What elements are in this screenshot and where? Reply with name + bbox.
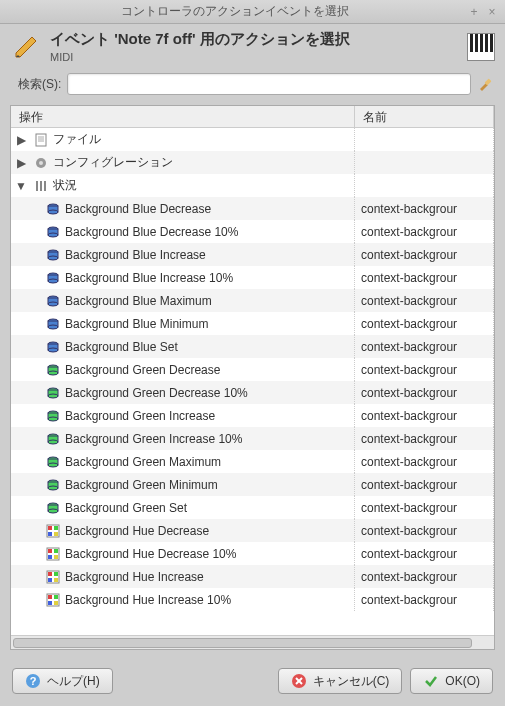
help-button[interactable]: ? ヘルプ(H) [12, 668, 113, 694]
item-icon [45, 546, 61, 562]
item-name-label: context-backgrour [355, 409, 493, 423]
svg-rect-63 [54, 555, 58, 559]
tree-row[interactable]: Background Blue Increasecontext-backgrou… [11, 243, 494, 266]
item-op-label: Background Blue Maximum [65, 294, 212, 308]
item-name-label: context-backgrour [355, 478, 493, 492]
svg-point-29 [48, 325, 58, 329]
item-op-label: Background Blue Decrease 10% [65, 225, 238, 239]
search-label: 検索(S): [18, 76, 61, 93]
item-op-label: Background Hue Increase 10% [65, 593, 231, 607]
item-icon [45, 362, 61, 378]
item-icon [45, 500, 61, 516]
tree-row[interactable]: Background Blue Minimumcontext-backgrour [11, 312, 494, 335]
document-icon [33, 132, 49, 148]
pencil-icon [10, 31, 42, 63]
item-op-label: Background Green Set [65, 501, 187, 515]
item-name-label: context-backgrour [355, 248, 493, 262]
search-input[interactable] [67, 73, 471, 95]
svg-point-38 [48, 394, 58, 398]
item-name-label: context-backgrour [355, 271, 493, 285]
expander-icon[interactable]: ▼ [15, 180, 27, 192]
tree-body[interactable]: ▶ ファイル ▶ コンフィグレーション ▼ 状況 [11, 128, 494, 635]
item-name-label: context-backgrour [355, 386, 493, 400]
folder-label: ファイル [53, 131, 101, 148]
item-op-label: Background Blue Increase [65, 248, 206, 262]
tree-row[interactable]: Background Green Increasecontext-backgro… [11, 404, 494, 427]
tree-container: 操作 名前 ▶ ファイル ▶ コンフィグレーション [10, 105, 495, 650]
svg-rect-9 [36, 181, 38, 191]
tree-row[interactable]: Background Hue Decreasecontext-backgrour [11, 519, 494, 542]
item-op-label: Background Green Decrease [65, 363, 220, 377]
item-name-label: context-backgrour [355, 501, 493, 515]
search-row: 検索(S): [0, 67, 505, 105]
item-icon [45, 592, 61, 608]
tree-row[interactable]: Background Green Increase 10%context-bac… [11, 427, 494, 450]
ok-icon [423, 673, 439, 689]
svg-point-35 [48, 371, 58, 375]
column-header-name[interactable]: 名前 [355, 106, 494, 127]
tree-row[interactable]: Background Hue Decrease 10%context-backg… [11, 542, 494, 565]
tree-row[interactable]: Background Blue Increase 10%context-back… [11, 266, 494, 289]
sliders-icon [33, 178, 49, 194]
svg-point-47 [48, 463, 58, 467]
item-icon [45, 316, 61, 332]
window-title: コントローラのアクションイベントを選択 [6, 3, 463, 20]
cancel-icon [291, 673, 307, 689]
tree-row[interactable]: Background Hue Increase 10%context-backg… [11, 588, 494, 611]
svg-rect-11 [44, 181, 46, 191]
item-icon [45, 270, 61, 286]
tree-row[interactable]: Background Green Decreasecontext-backgro… [11, 358, 494, 381]
tree-row[interactable]: Background Green Minimumcontext-backgrou… [11, 473, 494, 496]
expander-icon[interactable]: ▶ [15, 157, 27, 169]
button-label: ヘルプ(H) [47, 673, 100, 690]
tree-row[interactable]: Background Green Setcontext-backgrour [11, 496, 494, 519]
svg-text:?: ? [30, 675, 37, 687]
item-name-label: context-backgrour [355, 317, 493, 331]
svg-rect-3 [36, 134, 46, 146]
tree-row[interactable]: Background Blue Decreasecontext-backgrou… [11, 197, 494, 220]
tree-row[interactable]: Background Blue Setcontext-backgrour [11, 335, 494, 358]
folder-label: コンフィグレーション [53, 154, 173, 171]
horizontal-scrollbar[interactable] [11, 635, 494, 649]
svg-point-23 [48, 279, 58, 283]
tree-folder-situation[interactable]: ▼ 状況 [11, 174, 494, 197]
item-op-label: Background Hue Increase [65, 570, 204, 584]
ok-button[interactable]: OK(O) [410, 668, 493, 694]
folder-label: 状況 [53, 177, 77, 194]
svg-rect-60 [48, 549, 52, 553]
item-name-label: context-backgrour [355, 363, 493, 377]
svg-point-17 [48, 233, 58, 237]
tree-row[interactable]: Background Hue Increasecontext-backgrour [11, 565, 494, 588]
item-name-label: context-backgrour [355, 225, 493, 239]
column-header-op[interactable]: 操作 [11, 106, 355, 127]
item-name-label: context-backgrour [355, 202, 493, 216]
tree-row[interactable]: Background Green Maximumcontext-backgrou… [11, 450, 494, 473]
item-name-label: context-backgrour [355, 547, 493, 561]
tree-folder-file[interactable]: ▶ ファイル [11, 128, 494, 151]
tree-row[interactable]: Background Blue Maximumcontext-backgrour [11, 289, 494, 312]
expander-icon[interactable]: ▶ [15, 134, 27, 146]
svg-marker-0 [16, 37, 36, 57]
svg-point-41 [48, 417, 58, 421]
item-op-label: Background Green Decrease 10% [65, 386, 248, 400]
svg-rect-10 [40, 181, 42, 191]
item-op-label: Background Hue Decrease 10% [65, 547, 236, 561]
item-name-label: context-backgrour [355, 455, 493, 469]
svg-rect-72 [48, 601, 52, 605]
svg-point-20 [48, 256, 58, 260]
item-icon [45, 569, 61, 585]
close-icon[interactable]: × [485, 5, 499, 19]
tree-folder-config[interactable]: ▶ コンフィグレーション [11, 151, 494, 174]
minimize-icon[interactable]: + [467, 5, 481, 19]
tree-row[interactable]: Background Blue Decrease 10%context-back… [11, 220, 494, 243]
item-op-label: Background Green Increase 10% [65, 432, 242, 446]
svg-point-32 [48, 348, 58, 352]
tree-row[interactable]: Background Green Decrease 10%context-bac… [11, 381, 494, 404]
svg-rect-68 [54, 578, 58, 582]
svg-rect-55 [48, 526, 52, 530]
cancel-button[interactable]: キャンセル(C) [278, 668, 403, 694]
item-name-label: context-backgrour [355, 593, 493, 607]
item-op-label: Background Green Increase [65, 409, 215, 423]
clear-brush-icon[interactable] [477, 76, 493, 92]
svg-rect-61 [54, 549, 58, 553]
